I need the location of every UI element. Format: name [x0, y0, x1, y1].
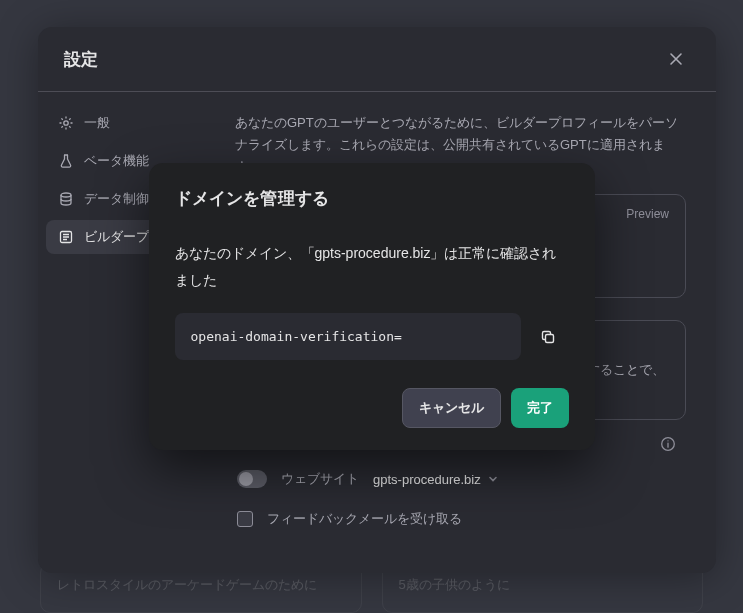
copy-icon	[540, 329, 556, 345]
modal-message: あなたのドメイン、「gpts-procedure.biz」は正常に確認されました	[175, 240, 569, 293]
domain-modal: ドメインを管理する あなたのドメイン、「gpts-procedure.biz」は…	[149, 163, 595, 450]
modal-overlay: ドメインを管理する あなたのドメイン、「gpts-procedure.biz」は…	[0, 0, 743, 613]
modal-actions: キャンセル 完了	[175, 388, 569, 428]
done-button[interactable]: 完了	[511, 388, 569, 428]
svg-rect-4	[545, 334, 553, 342]
cancel-button[interactable]: キャンセル	[402, 388, 501, 428]
verification-code: openai-domain-verification=	[175, 313, 521, 360]
copy-button[interactable]	[533, 322, 563, 352]
modal-title: ドメインを管理する	[175, 187, 569, 210]
verification-row: openai-domain-verification=	[175, 313, 569, 360]
